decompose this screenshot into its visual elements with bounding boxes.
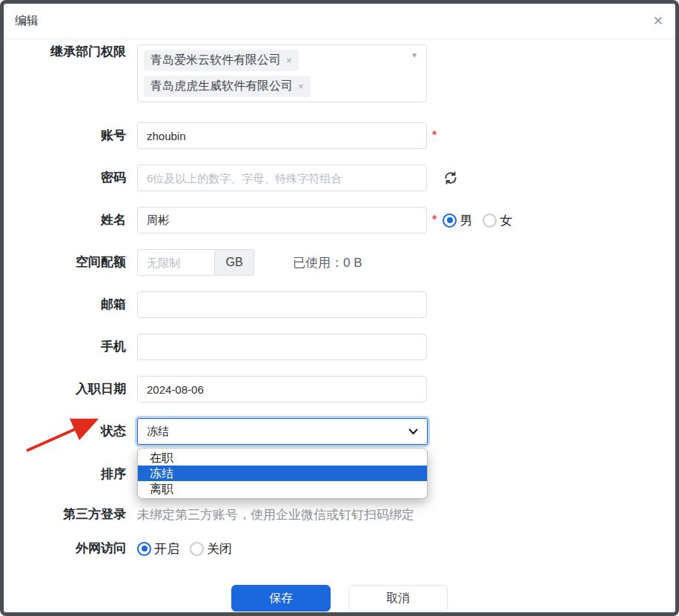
row-email: 邮箱 [4, 291, 675, 318]
hire-date-label: 入职日期 [4, 382, 126, 397]
row-inherit-permission: 继承部门权限 青岛爱米云软件有限公司 × 青岛虎虎生威软件有限公司 × ▼ [4, 44, 675, 102]
extranet-off-radio[interactable] [190, 542, 204, 556]
hire-date-input[interactable] [137, 376, 427, 403]
third-party-label: 第三方登录 [4, 507, 126, 522]
edit-dialog: 编辑 ✕ 继承部门权限 青岛爱米云软件有限公司 × [0, 0, 679, 616]
tag-text: 青岛爱米云软件有限公司 [150, 53, 281, 68]
tag-remove-icon[interactable]: × [298, 81, 304, 92]
company-tag: 青岛爱米云软件有限公司 × [144, 50, 299, 71]
cancel-button[interactable]: 取消 [348, 585, 448, 612]
chevron-down-icon [408, 428, 418, 435]
dialog-title: 编辑 [15, 13, 39, 29]
gender-female-radio[interactable] [483, 213, 497, 228]
quota-label: 空间配额 [4, 255, 126, 270]
name-label: 姓名 [4, 213, 126, 228]
row-quota: 空间配额 GB 已使用：0 B [4, 249, 675, 276]
extranet-off-label: 关闭 [207, 540, 232, 557]
status-label: 状态 [4, 424, 126, 439]
gender-male-radio[interactable] [443, 213, 457, 228]
tag-remove-icon[interactable]: × [286, 55, 292, 66]
gender-male-label: 男 [460, 212, 472, 229]
password-input[interactable] [137, 165, 427, 191]
refresh-password-icon[interactable] [443, 170, 458, 185]
status-option[interactable]: 冻结 [138, 466, 427, 481]
save-button[interactable]: 保存 [231, 585, 331, 612]
quota-input[interactable] [137, 249, 215, 276]
status-option[interactable]: 在职 [138, 450, 427, 466]
row-name: 姓名 * 男 女 [4, 207, 675, 234]
quota-unit-addon: GB [215, 249, 254, 276]
required-asterisk: * [432, 129, 437, 142]
company-tag: 青岛虎虎生威软件有限公司 × [144, 76, 311, 97]
row-phone: 手机 [4, 334, 675, 360]
gender-female-label: 女 [500, 212, 512, 229]
gender-radio-group: 男 女 [443, 212, 520, 229]
extranet-label: 外网访问 [4, 541, 126, 556]
status-dropdown-popup: 在职 冻结 离职 [137, 448, 428, 499]
phone-input[interactable] [137, 334, 427, 360]
row-status: 状态 冻结 在职 冻结 离职 [4, 418, 675, 445]
password-label: 密码 [4, 170, 126, 185]
extranet-on-radio[interactable] [137, 542, 151, 556]
account-label: 账号 [4, 128, 126, 143]
row-third-party: 第三方登录 未绑定第三方账号，使用企业微信或钉钉扫码绑定 [4, 506, 675, 523]
dialog-header: 编辑 ✕ [4, 4, 675, 39]
required-asterisk: * [432, 213, 437, 227]
email-input[interactable] [137, 291, 427, 318]
tag-text: 青岛虎虎生威软件有限公司 [150, 79, 293, 94]
close-icon[interactable]: ✕ [653, 15, 663, 27]
account-input[interactable] [137, 122, 427, 149]
dialog-body: 继承部门权限 青岛爱米云软件有限公司 × 青岛虎虎生威软件有限公司 × ▼ 账号 [4, 39, 675, 612]
dropdown-caret-icon[interactable]: ▼ [411, 51, 418, 59]
third-party-hint: 未绑定第三方账号，使用企业微信或钉钉扫码绑定 [137, 506, 414, 523]
row-extranet: 外网访问 开启 关闭 [4, 540, 675, 557]
quota-used-text: 已使用：0 B [293, 254, 362, 271]
inherit-permission-label: 继承部门权限 [4, 44, 126, 59]
status-select-value: 冻结 [147, 425, 169, 439]
name-input[interactable] [137, 207, 427, 234]
phone-label: 手机 [4, 340, 126, 354]
status-select[interactable]: 冻结 [137, 418, 428, 445]
row-account: 账号 * [4, 122, 675, 149]
dialog-footer: 保存 取消 [4, 585, 675, 612]
email-label: 邮箱 [4, 297, 126, 312]
extranet-radio-group: 开启 关闭 [137, 540, 239, 557]
inherit-permission-multiselect[interactable]: 青岛爱米云软件有限公司 × 青岛虎虎生威软件有限公司 × ▼ [137, 44, 427, 102]
status-option[interactable]: 离职 [138, 481, 427, 497]
row-hire-date: 入职日期 [4, 376, 675, 403]
sort-label: 排序 [4, 467, 126, 482]
extranet-on-label: 开启 [154, 540, 179, 557]
row-password: 密码 [4, 165, 675, 191]
